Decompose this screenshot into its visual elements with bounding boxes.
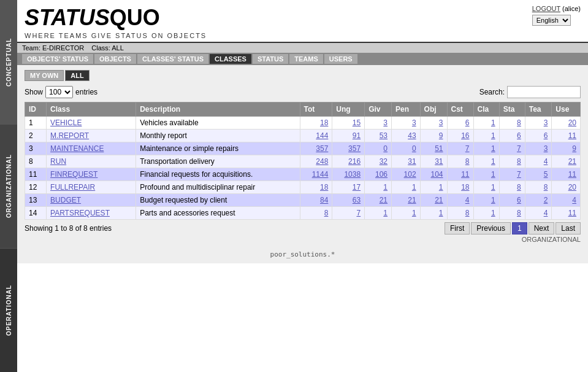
cell-class[interactable]: RUN	[47, 155, 136, 168]
all-button[interactable]: ALL	[65, 70, 89, 81]
cell-cla: 1	[473, 181, 499, 194]
cell-id: 14	[25, 207, 47, 220]
sidebar-organizational: ORGANIZATIONAL	[0, 124, 17, 248]
logo-quo: QUO	[110, 5, 160, 31]
nav-tab-3[interactable]: CLASSES	[210, 54, 251, 64]
cell-tot: 357	[300, 142, 332, 155]
cell-use: 11	[552, 168, 581, 181]
cell-tot: 18	[300, 181, 332, 194]
next-page-button[interactable]: Next	[529, 222, 555, 234]
cell-ung: 91	[332, 130, 365, 142]
table-row: 2M.REPORTMonthly report14491534391616611	[25, 130, 581, 142]
col-tea[interactable]: Tea	[525, 103, 552, 117]
cell-sta: 8	[499, 181, 525, 194]
cell-description: Parts and acessories request	[136, 207, 300, 220]
nav-tab-1[interactable]: OBJECTS	[94, 54, 136, 64]
cell-ung: 15	[332, 117, 365, 130]
cell-tea: 4	[525, 207, 552, 220]
cell-use: 9	[552, 142, 581, 155]
nav-tabs: OBJECTS' STATUSOBJECTSCLASSES' STATUSCLA…	[22, 54, 357, 64]
search-input[interactable]	[507, 86, 581, 98]
cell-class[interactable]: PARTSREQUEST	[47, 207, 136, 220]
sidebar-operational: OPERATIONAL	[0, 248, 17, 372]
logo-tagline: WHERE TEAMS GIVE STATUS ON OBJECTS	[25, 32, 207, 39]
cell-sta: 7	[499, 168, 525, 181]
col-description[interactable]: Description	[136, 103, 300, 117]
cell-pen: 3	[392, 117, 421, 130]
cell-description: Budget requested by client	[136, 194, 300, 207]
cell-sta: 7	[499, 142, 525, 155]
team-label: Team: E-DIRECTOR	[22, 44, 84, 52]
col-cla[interactable]: Cla	[473, 103, 499, 117]
search-label: Search:	[479, 88, 505, 96]
cell-description: Maintenance or simple repairs	[136, 142, 300, 155]
entries-select[interactable]: 102550100	[45, 86, 73, 98]
nav-tab-4[interactable]: STATUS	[253, 54, 288, 64]
nav-tab-6[interactable]: USERS	[324, 54, 357, 64]
cell-description: Monthly report	[136, 130, 300, 142]
language-select[interactable]: English	[532, 15, 571, 26]
cell-use: 20	[552, 181, 581, 194]
col-use[interactable]: Use	[552, 103, 581, 117]
first-page-button[interactable]: First	[445, 222, 470, 234]
show-label: Show	[25, 88, 43, 96]
cell-tot: 84	[300, 194, 332, 207]
col-ung[interactable]: Ung	[332, 103, 365, 117]
class-label: Class: ALL	[91, 44, 124, 52]
nav-tab-2[interactable]: CLASSES' STATUS	[137, 54, 208, 64]
cell-cla: 1	[473, 207, 499, 220]
col-id[interactable]: ID	[25, 103, 47, 117]
left-sidebar: CONCEPTUAL ORGANIZATIONAL OPERATIONAL	[0, 0, 17, 372]
col-cst[interactable]: Cst	[447, 103, 473, 117]
cell-tea: 3	[525, 142, 552, 155]
cell-class[interactable]: BUDGET	[47, 194, 136, 207]
logout-link[interactable]: LOGOUT	[532, 5, 560, 12]
cell-cst: 8	[447, 155, 473, 168]
cell-class[interactable]: FINREQUEST	[47, 168, 136, 181]
nav-tab-0[interactable]: OBJECTS' STATUS	[22, 54, 93, 64]
pagination: Showing 1 to 8 of 8 entries First Previo…	[25, 222, 581, 234]
cell-obj: 21	[420, 194, 447, 207]
cell-class[interactable]: M.REPORT	[47, 130, 136, 142]
my-own-button[interactable]: MY OWN	[25, 70, 64, 81]
cell-description: Transportation delivery	[136, 155, 300, 168]
cell-cla: 1	[473, 168, 499, 181]
cell-tea: 3	[525, 117, 552, 130]
col-giv[interactable]: Giv	[365, 103, 392, 117]
cell-obj: 9	[420, 130, 447, 142]
col-sta[interactable]: Sta	[499, 103, 525, 117]
col-obj[interactable]: Obj	[420, 103, 447, 117]
logo: STATUSQUO	[25, 5, 207, 31]
cell-ung: 357	[332, 142, 365, 155]
col-pen[interactable]: Pen	[392, 103, 421, 117]
previous-page-button[interactable]: Previous	[471, 222, 511, 234]
cell-tot: 1144	[300, 168, 332, 181]
cell-class[interactable]: MAINTENANCE	[47, 142, 136, 155]
toggle-bar: MY OWN ALL	[25, 70, 581, 81]
cell-id: 12	[25, 181, 47, 194]
table-row: 8RUNTransportation delivery2482163231318…	[25, 155, 581, 168]
cell-class[interactable]: FULLREPAIR	[47, 181, 136, 194]
col-class[interactable]: Class	[47, 103, 136, 117]
nav-tab-5[interactable]: TEAMS	[289, 54, 323, 64]
cell-pen: 1	[392, 207, 421, 220]
cell-tea: 6	[525, 130, 552, 142]
cell-cla: 1	[473, 142, 499, 155]
last-page-button[interactable]: Last	[556, 222, 581, 234]
cell-tot: 248	[300, 155, 332, 168]
cell-ung: 17	[332, 181, 365, 194]
cell-ung: 216	[332, 155, 365, 168]
cell-obj: 104	[420, 168, 447, 181]
cell-sta: 6	[499, 130, 525, 142]
cell-cst: 6	[447, 117, 473, 130]
cell-id: 13	[25, 194, 47, 207]
cell-tea: 5	[525, 168, 552, 181]
col-tot[interactable]: Tot	[300, 103, 332, 117]
cell-pen: 102	[392, 168, 421, 181]
entries-label: entries	[75, 88, 97, 96]
cell-use: 11	[552, 130, 581, 142]
cell-class[interactable]: VEHICLE	[47, 117, 136, 130]
page-1-button[interactable]: 1	[512, 222, 527, 234]
table-row: 12FULLREPAIRProfound and multidisciplina…	[25, 181, 581, 194]
cell-tea: 2	[525, 194, 552, 207]
